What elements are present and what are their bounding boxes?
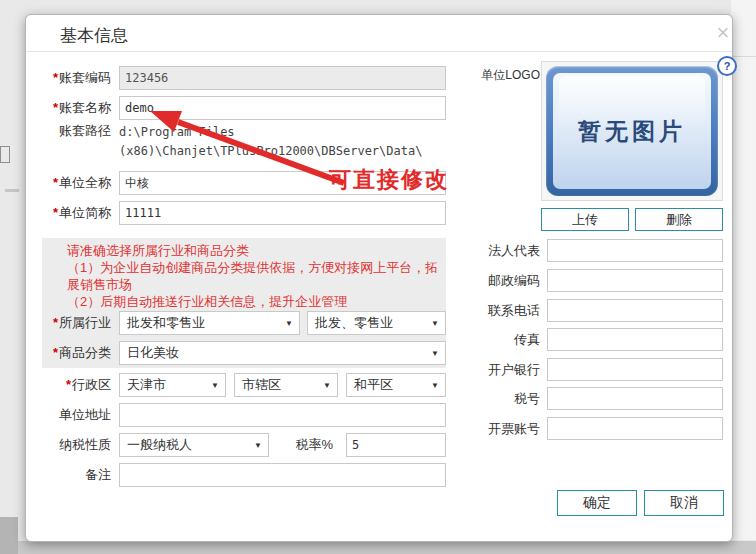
- industry-sub-select[interactable]: 批发、零售业▼: [307, 311, 446, 335]
- region-province-select[interactable]: 天津市▼: [119, 373, 226, 397]
- region-district-select[interactable]: 和平区▼: [346, 373, 446, 397]
- label-text: 开票账号: [488, 421, 540, 436]
- tax-no-label: 税号: [456, 387, 540, 411]
- category-select[interactable]: 日化美妆▼: [119, 341, 446, 365]
- ok-button[interactable]: 确定: [557, 490, 637, 516]
- caret-down-icon: ▼: [431, 349, 439, 358]
- logo-placeholder-inner: 暂无图片: [553, 73, 711, 189]
- required-mark: *: [53, 345, 58, 360]
- phone-input[interactable]: [547, 299, 723, 322]
- bank-input[interactable]: [547, 358, 723, 381]
- notice-line-3: （2）后期自动推送行业相关信息，提升企业管理: [67, 293, 445, 310]
- background-dash: [5, 189, 19, 192]
- account-name-input[interactable]: [119, 96, 446, 120]
- remark-input[interactable]: [119, 463, 446, 487]
- page-background-right: [731, 0, 756, 540]
- category-select-value: 日化美妆: [127, 344, 179, 362]
- region-label: *行政区: [36, 373, 111, 397]
- tax-rate-input[interactable]: [346, 433, 446, 457]
- industry-label: *所属行业: [36, 311, 111, 335]
- required-mark: *: [53, 315, 58, 330]
- page-background-bottom: [0, 541, 756, 554]
- delete-button[interactable]: 删除: [635, 208, 723, 231]
- industry-select-value: 批发和零售业: [127, 314, 205, 332]
- upload-button[interactable]: 上传: [541, 208, 629, 231]
- background-icon-fragment: [0, 146, 10, 163]
- label-text: 账套路径: [59, 123, 111, 138]
- required-mark: *: [53, 70, 58, 85]
- address-label: 单位地址: [36, 403, 111, 427]
- industry-notice: 请准确选择所属行业和商品分类 （1）为企业自动创建商品分类提供依据，方便对接网上…: [67, 242, 445, 310]
- page-background-bottom-left: [0, 517, 18, 554]
- titlebar-separator: [26, 51, 732, 52]
- caret-down-icon: ▼: [431, 319, 439, 328]
- remark-label: 备注: [36, 463, 111, 487]
- no-image-text: 暂无图片: [578, 116, 686, 147]
- label-text: 行政区: [72, 377, 111, 392]
- company-name-label: *单位全称: [36, 171, 111, 195]
- postcode-label: 邮政编码: [456, 269, 540, 293]
- close-icon[interactable]: ×: [712, 21, 734, 45]
- invoice-account-input[interactable]: [547, 417, 723, 440]
- tax-rate-label: 税率%: [226, 433, 333, 457]
- logo-placeholder-box: 暂无图片: [546, 66, 718, 196]
- company-short-label: *单位简称: [36, 201, 111, 225]
- help-icon[interactable]: ?: [717, 56, 737, 76]
- label-text: 商品分类: [59, 345, 111, 360]
- legal-rep-label: 法人代表: [456, 239, 540, 263]
- logo-label: 单位LOGO: [456, 63, 540, 87]
- address-input[interactable]: [119, 403, 446, 427]
- account-code-label: *账套编码: [36, 66, 111, 90]
- label-text: 税号: [514, 391, 540, 406]
- label-text: 传真: [514, 332, 540, 347]
- required-mark: *: [53, 175, 58, 190]
- label-text: 法人代表: [488, 243, 540, 258]
- label-text: 联系电话: [488, 303, 540, 318]
- bank-label: 开户银行: [456, 358, 540, 382]
- label-text: 单位地址: [59, 407, 111, 422]
- tax-nature-value: 一般纳税人: [127, 436, 192, 454]
- industry-select[interactable]: 批发和零售业▼: [119, 311, 300, 335]
- account-code-input: [119, 66, 446, 90]
- tax-no-input[interactable]: [547, 387, 723, 410]
- phone-label: 联系电话: [456, 299, 540, 323]
- region-province-value: 天津市: [127, 376, 166, 394]
- dialog-title: 基本信息: [60, 24, 128, 47]
- invoice-account-label: 开票账号: [456, 417, 540, 441]
- label-text: 开户银行: [488, 362, 540, 377]
- category-label: *商品分类: [36, 341, 111, 365]
- caret-down-icon: ▼: [285, 319, 293, 328]
- label-text: 所属行业: [59, 315, 111, 330]
- notice-line-2: （1）为企业自动创建商品分类提供依据，方便对接网上平台，拓展销售市场: [67, 259, 445, 293]
- caret-down-icon: ▼: [431, 381, 439, 390]
- account-path-value: d:\Program Files (x86)\Chanjet\TPlusPro1…: [119, 123, 454, 161]
- page-background-line: [731, 56, 756, 57]
- label-text: 单位LOGO: [481, 68, 540, 82]
- label-text: 单位全称: [59, 175, 111, 190]
- fax-input[interactable]: [547, 328, 723, 351]
- required-mark: *: [53, 205, 58, 220]
- account-path-label: 账套路径: [36, 121, 111, 140]
- tax-nature-label: 纳税性质: [36, 433, 111, 457]
- notice-line-1: 请准确选择所属行业和商品分类: [67, 242, 445, 259]
- logo-preview: 暂无图片: [541, 61, 723, 201]
- required-mark: *: [66, 377, 71, 392]
- annotation-text: 可直接修改: [329, 165, 449, 195]
- label-text: 邮政编码: [488, 273, 540, 288]
- company-short-input[interactable]: [119, 201, 446, 225]
- region-city-select[interactable]: 市辖区▼: [234, 373, 338, 397]
- industry-sub-select-value: 批发、零售业: [315, 314, 393, 332]
- region-city-value: 市辖区: [242, 376, 281, 394]
- cancel-button[interactable]: 取消: [644, 490, 724, 516]
- label-text: 纳税性质: [59, 437, 111, 452]
- label-text: 备注: [85, 467, 111, 482]
- caret-down-icon: ▼: [323, 381, 331, 390]
- region-district-value: 和平区: [354, 376, 393, 394]
- caret-down-icon: ▼: [211, 381, 219, 390]
- fax-label: 传真: [456, 328, 540, 352]
- label-text: 单位简称: [59, 205, 111, 220]
- account-name-label: *账套名称: [36, 96, 111, 120]
- legal-rep-input[interactable]: [547, 239, 723, 262]
- label-text: 账套名称: [59, 100, 111, 115]
- postcode-input[interactable]: [547, 269, 723, 292]
